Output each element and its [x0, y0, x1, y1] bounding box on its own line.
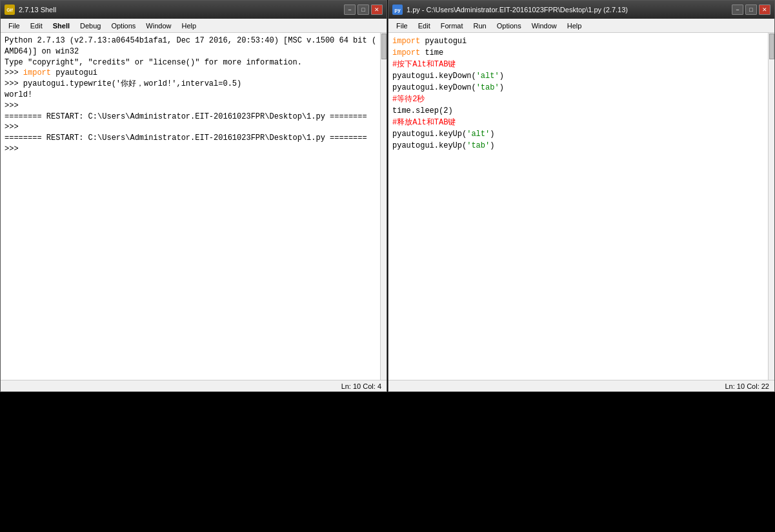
windows-row: Gif 2.7.13 Shell − □ ✕ File Edit Shell D…: [0, 0, 775, 392]
shell-window-title: 2.7.13 Shell: [19, 6, 344, 14]
editor-menu-bar: File Edit Format Run Options Window Help: [388, 19, 774, 33]
editor-menu-run[interactable]: Run: [468, 21, 492, 31]
shell-window: Gif 2.7.13 Shell − □ ✕ File Edit Shell D…: [0, 0, 387, 392]
shell-window-controls: − □ ✕: [344, 5, 383, 15]
shell-scrollbar[interactable]: [380, 33, 387, 380]
shell-output: Python 2.7.13 (v2.7.13:a06454b1afa1, Dec…: [5, 35, 383, 155]
shell-menu-window[interactable]: Window: [141, 21, 176, 31]
shell-close-button[interactable]: ✕: [371, 5, 383, 15]
shell-status-bar: Ln: 10 Col: 4: [1, 380, 387, 391]
editor-maximize-button[interactable]: □: [745, 5, 757, 15]
shell-maximize-button[interactable]: □: [357, 5, 369, 15]
shell-minimize-button[interactable]: −: [344, 5, 356, 15]
desktop: Gif 2.7.13 Shell − □ ✕ File Edit Shell D…: [0, 0, 775, 532]
shell-menu-bar: File Edit Shell Debug Options Window Hel…: [1, 19, 387, 33]
shell-title-bar: Gif 2.7.13 Shell − □ ✕: [1, 1, 387, 19]
shell-menu-shell[interactable]: Shell: [48, 21, 75, 31]
editor-window-controls: − □ ✕: [732, 5, 770, 15]
editor-code: import pyautogui import time #按下Alt和TAB键…: [392, 35, 770, 152]
editor-status-bar: Ln: 10 Col: 22: [388, 380, 774, 391]
shell-status-text: Ln: 10 Col: 4: [341, 382, 381, 390]
editor-window: py 1.py - C:\Users\Administrator.EIT-201…: [388, 0, 775, 392]
editor-close-button[interactable]: ✕: [759, 5, 770, 15]
editor-window-title: 1.py - C:\Users\Administrator.EIT-201610…: [407, 6, 732, 14]
editor-window-icon: py: [392, 5, 403, 15]
desktop-background: [0, 392, 775, 532]
editor-scrollbar[interactable]: [768, 33, 774, 380]
editor-menu-file[interactable]: File: [391, 21, 413, 31]
editor-status-text: Ln: 10 Col: 22: [725, 382, 770, 390]
editor-minimize-button[interactable]: −: [732, 5, 743, 15]
editor-menu-help[interactable]: Help: [562, 21, 587, 31]
editor-menu-edit[interactable]: Edit: [413, 21, 436, 31]
editor-menu-options[interactable]: Options: [492, 21, 527, 31]
shell-menu-options[interactable]: Options: [106, 21, 141, 31]
shell-menu-help[interactable]: Help: [176, 21, 201, 31]
shell-menu-edit[interactable]: Edit: [25, 21, 48, 31]
editor-scrollbar-thumb[interactable]: [769, 34, 774, 59]
shell-menu-file[interactable]: File: [3, 21, 25, 31]
editor-menu-window[interactable]: Window: [527, 21, 562, 31]
shell-window-icon: Gif: [5, 5, 15, 15]
editor-content-area[interactable]: import pyautogui import time #按下Alt和TAB键…: [388, 33, 774, 380]
shell-scrollbar-thumb[interactable]: [381, 34, 387, 59]
editor-menu-format[interactable]: Format: [436, 21, 468, 31]
editor-title-bar: py 1.py - C:\Users\Administrator.EIT-201…: [388, 1, 774, 19]
shell-menu-debug[interactable]: Debug: [75, 21, 106, 31]
shell-content-area[interactable]: Python 2.7.13 (v2.7.13:a06454b1afa1, Dec…: [1, 33, 387, 380]
